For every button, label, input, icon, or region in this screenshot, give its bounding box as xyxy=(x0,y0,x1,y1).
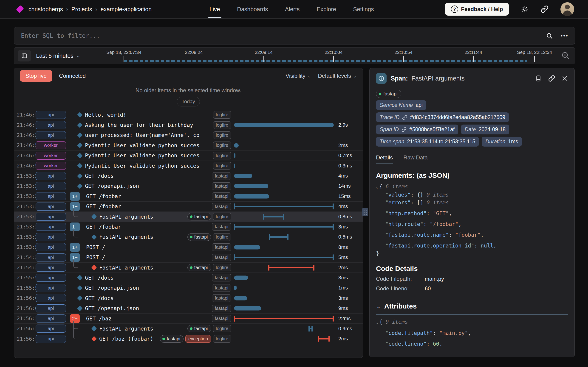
breadcrumb-item[interactable]: christophergs xyxy=(28,6,63,13)
timeline[interactable]: Sep 18, 22:07:3422:08:2422:09:1422:10:04… xyxy=(117,48,554,64)
trace-row[interactable]: 21:53:35 api FastAPI arguments fastapilo… xyxy=(14,232,363,242)
row-message[interactable]: FastAPI arguments xyxy=(99,326,187,332)
fastapi-badge[interactable]: fastapi xyxy=(212,305,231,312)
service-tag-badge[interactable]: worker xyxy=(36,162,66,170)
trace-row[interactable]: 21:54:37 api FastAPI arguments fastapilo… xyxy=(14,262,363,273)
fastapi-badge[interactable]: fastapi xyxy=(212,172,231,180)
fastapi-dot-badge[interactable]: fastapi xyxy=(187,325,211,332)
trace-row[interactable]: 21:46:19 api Asking the user for their b… xyxy=(14,120,363,130)
zoom-in-icon[interactable] xyxy=(561,51,570,60)
service-tag-badge[interactable]: api xyxy=(36,121,66,129)
logfire-badge[interactable]: logfire xyxy=(213,162,231,169)
row-message[interactable]: Hello, world! xyxy=(85,112,213,118)
trace-row[interactable]: 21:54:37 api 1− POST / fastapi 5ms xyxy=(14,252,363,262)
service-tag-badge[interactable]: api xyxy=(36,315,66,323)
row-message[interactable]: GET /docs xyxy=(85,275,212,281)
fastapi-dot-badge[interactable]: fastapi xyxy=(187,233,211,241)
panel-resize-handle[interactable] xyxy=(362,208,368,216)
service-tag-badge[interactable]: api xyxy=(36,335,66,343)
trace-row[interactable]: 21:56:09 api GET /openapi.json fastapi 9… xyxy=(14,303,363,313)
tab-raw-data[interactable]: Raw Data xyxy=(403,154,427,164)
service-name-pill[interactable]: Service Name api xyxy=(376,100,426,110)
nav-tab-alerts[interactable]: Alerts xyxy=(285,0,300,18)
fastapi-badge[interactable]: fastapi xyxy=(212,315,231,322)
fastapi-badge[interactable]: fastapi xyxy=(212,192,231,200)
user-avatar[interactable] xyxy=(561,2,574,16)
collapse-caret-icon[interactable]: ⌄ xyxy=(376,320,378,325)
row-message[interactable]: GET /foobar xyxy=(86,203,212,209)
logfire-logo-icon[interactable] xyxy=(16,5,24,13)
service-tag-badge[interactable]: api xyxy=(36,294,66,302)
collapse-toggle[interactable]: 1+ xyxy=(70,243,80,252)
theme-toggle-icon[interactable] xyxy=(521,5,529,13)
visibility-dropdown[interactable]: Visibility⌄ xyxy=(285,73,311,79)
nav-tab-explore[interactable]: Explore xyxy=(317,0,336,18)
today-button[interactable]: Today xyxy=(177,97,200,106)
service-tag-badge[interactable]: api xyxy=(36,202,66,211)
default-levels-dropdown[interactable]: Default levels⌄ xyxy=(318,73,357,79)
sql-filter-input[interactable] xyxy=(14,32,546,39)
collapse-caret-icon[interactable]: ⌄ xyxy=(376,185,378,189)
logfire-badge[interactable]: logfire xyxy=(213,142,231,149)
fastapi-badge[interactable]: fastapi xyxy=(212,294,231,302)
row-message[interactable]: Asking the user for their birthday xyxy=(85,122,213,128)
row-message[interactable]: GET /openapi.json xyxy=(85,183,212,189)
nav-tab-settings[interactable]: Settings xyxy=(353,0,374,18)
share-link-icon[interactable] xyxy=(541,5,548,13)
logfire-badge[interactable]: logfire xyxy=(213,152,231,159)
service-tag-badge[interactable]: api xyxy=(36,253,66,261)
row-message[interactable]: GET /foobar xyxy=(86,193,212,199)
logfire-badge[interactable]: logfire xyxy=(213,233,231,241)
service-tag-badge[interactable]: api xyxy=(36,264,66,272)
breadcrumb-item[interactable]: Projects xyxy=(71,6,92,13)
trace-row[interactable]: 21:53:35 api 1− GET /foobar fastapi 3ms xyxy=(14,222,363,232)
row-message[interactable]: user processed: User(name='Anne', co xyxy=(85,132,213,138)
fastapi-badge[interactable]: fastapi xyxy=(212,203,231,210)
trace-row[interactable]: 21:56:13 api FastAPI arguments fastapilo… xyxy=(14,323,363,334)
service-tag-badge[interactable]: api xyxy=(36,325,66,333)
row-message[interactable]: GET /baz (foobar) xyxy=(99,336,160,342)
close-icon[interactable] xyxy=(562,75,568,82)
row-message[interactable]: GET /docs xyxy=(85,173,212,179)
row-message[interactable]: GET /foobar xyxy=(86,224,212,230)
service-tag-badge[interactable]: api xyxy=(36,182,66,190)
fastapi-badge[interactable]: fastapi xyxy=(212,182,231,190)
row-message[interactable]: Pydantic User validate_python succes xyxy=(85,163,213,169)
row-message[interactable]: POST / xyxy=(86,254,212,260)
service-tag-badge[interactable]: api xyxy=(36,213,66,221)
fastapi-badge[interactable]: fastapi xyxy=(212,243,231,251)
span-id-pill[interactable]: Span ID #5008bce5f7fe21af xyxy=(376,125,458,134)
row-message[interactable]: FastAPI arguments xyxy=(99,234,187,240)
trace-row[interactable]: 21:53:33 api 1+ GET /foobar fastapi 15ms xyxy=(14,191,363,201)
fastapi-dot-badge[interactable]: fastapi xyxy=(187,213,211,220)
service-tag-badge[interactable]: api xyxy=(36,192,66,200)
trace-id-pill[interactable]: Trace ID #d834c3374dd6fa2e4aa82a55ab2175… xyxy=(376,112,509,122)
row-message[interactable]: FastAPI arguments xyxy=(99,214,187,220)
service-tag-badge[interactable]: api xyxy=(36,284,66,292)
time-range-dropdown[interactable]: Last 5 minutes ⌄ xyxy=(36,48,80,64)
logfire-badge[interactable]: logfire xyxy=(213,335,231,343)
stop-live-button[interactable]: Stop live xyxy=(20,70,52,82)
chevron-down-icon[interactable]: ⌄ xyxy=(376,303,381,310)
fastapi-badge[interactable]: fastapi xyxy=(212,284,231,292)
logfire-badge[interactable]: logfire xyxy=(213,213,231,220)
service-tag-badge[interactable]: api xyxy=(36,233,66,241)
service-tag-badge[interactable]: worker xyxy=(36,141,66,149)
row-message[interactable]: GET /docs xyxy=(85,295,212,301)
arguments-json-tree[interactable]: ⌄{ 6 items"values": {} 0 items"errors": … xyxy=(376,183,568,257)
trace-row[interactable]: 21:53:28 api GET /docs fastapi 4ms xyxy=(14,171,363,181)
row-message[interactable]: GET /openapi.json xyxy=(85,305,212,311)
trace-row[interactable]: 21:53:56 api 1+ POST / fastapi 8ms xyxy=(14,242,363,252)
open-docs-icon[interactable] xyxy=(535,75,542,82)
logfire-badge[interactable]: logfire xyxy=(213,121,231,129)
trace-row[interactable]: 21:46:55 worker Pydantic User validate_p… xyxy=(14,150,363,161)
trace-row[interactable]: 21:53:28 api GET /openapi.json fastapi 1… xyxy=(14,181,363,191)
row-message[interactable]: GET /baz xyxy=(86,316,212,322)
row-message[interactable]: Pydantic User validate_python succes xyxy=(85,142,213,148)
row-message[interactable]: Pydantic User validate_python succes xyxy=(85,152,213,158)
service-tag-badge[interactable]: api xyxy=(36,223,66,231)
trace-row[interactable]: 21:55:58 api GET /openapi.json fastapi 1… xyxy=(14,283,363,293)
logfire-badge[interactable]: logfire xyxy=(213,325,231,332)
service-tag-badge[interactable]: api xyxy=(36,111,66,119)
service-tag-badge[interactable]: worker xyxy=(36,152,66,160)
